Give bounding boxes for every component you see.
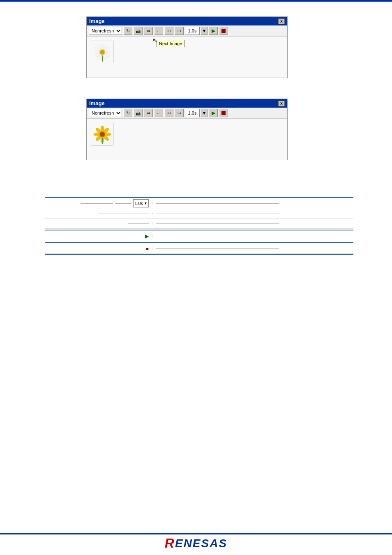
window1-refresh-icon-btn[interactable]: ↻: [123, 27, 132, 35]
first-icon-2: ↤: [167, 111, 171, 116]
image-window-1: Image x Nonrefresh Refresh ↻ 📸 ➡ ←: [86, 16, 288, 78]
tooltip-text: Next Image: [159, 41, 182, 46]
renesas-r-letter: R: [165, 536, 174, 551]
play-icon-2: ▶: [212, 110, 215, 116]
back-icon-2: ←: [157, 111, 161, 115]
table-row-stop: ■: [45, 244, 353, 253]
svg-point-21: [94, 133, 100, 136]
back-icon: ←: [157, 28, 161, 33]
table-row-lines-3: [45, 219, 353, 229]
window2-play-btn[interactable]: ▶: [209, 109, 218, 117]
stop-icon: [221, 29, 226, 33]
play-icon-table: ▶: [145, 233, 149, 239]
table-left-stop: ■: [45, 245, 152, 252]
left-line-3: [98, 214, 131, 214]
window1-refresh-select[interactable]: Nonrefresh Refresh: [89, 27, 122, 35]
table-right-lines-2: [152, 212, 353, 215]
window2-title: Image: [89, 100, 105, 106]
table-row-time: 1.0s ▼: [45, 197, 353, 209]
window1-last-btn[interactable]: ↦: [175, 27, 184, 35]
table-left-lines-2: [45, 212, 152, 215]
load-icon: 📸: [136, 29, 141, 33]
left-line-2: [115, 203, 131, 204]
right-line-3: [156, 223, 279, 224]
window2-close-button[interactable]: x: [278, 101, 285, 106]
forward-icon-2: ➡: [147, 111, 150, 116]
window1-body: ↖ Next Image: [87, 37, 287, 78]
window1-time-input[interactable]: [185, 27, 200, 35]
table-right-stop: [152, 247, 353, 250]
forward-icon: ➡: [147, 28, 150, 34]
window2-last-btn[interactable]: ↦: [175, 109, 184, 117]
dropdown-arrow-icon: ▼: [202, 28, 207, 33]
window2-forward-btn[interactable]: ➡: [144, 109, 153, 117]
next-image-tooltip: Next Image: [157, 40, 184, 47]
svg-point-0: [101, 44, 104, 49]
last-icon: ↦: [178, 28, 181, 34]
image-window-2: Image x Nonrefresh Refresh ↻ 📸 ➡ ← ↤: [86, 99, 288, 160]
reference-table: 1.0s ▼: [45, 197, 353, 255]
window2-load-btn[interactable]: 📸: [134, 109, 143, 117]
renesas-text: ENESAS: [175, 537, 227, 550]
svg-point-17: [104, 133, 111, 136]
svg-point-9: [94, 51, 99, 53]
window1-titlebar: Image x: [87, 17, 287, 25]
table-left-time: 1.0s ▼: [45, 198, 152, 209]
window1-play-btn[interactable]: ▶: [209, 27, 218, 35]
window2-refresh-icon-btn[interactable]: ↻: [123, 109, 132, 117]
svg-point-15: [101, 126, 104, 132]
svg-point-13: [100, 50, 104, 54]
table-right-lines-3: [152, 222, 353, 225]
blue-divider-2: [45, 242, 353, 243]
window1-load-btn[interactable]: 📸: [134, 27, 143, 35]
window1-back-btn[interactable]: ←: [154, 27, 163, 35]
window2-image: [91, 123, 113, 145]
blue-divider-3: [45, 254, 353, 255]
svg-point-24: [100, 132, 104, 136]
window2-time-dropdown[interactable]: ▼: [201, 109, 208, 117]
yellow-flower-svg: [92, 124, 113, 145]
window1-stop-btn[interactable]: [219, 27, 228, 35]
table-row-lines-2: [45, 209, 353, 219]
window1-close-button[interactable]: x: [278, 18, 285, 24]
window2-body: [87, 119, 287, 160]
first-icon: ↤: [167, 28, 171, 34]
left-line-4: [132, 214, 149, 214]
bottom-border-line: [0, 533, 392, 534]
svg-point-3: [105, 51, 111, 53]
time-display-value: 1.0s: [134, 201, 143, 206]
window2-first-btn[interactable]: ↤: [164, 109, 173, 117]
window1-first-btn[interactable]: ↤: [164, 27, 173, 35]
refresh-icon-2: ↻: [126, 111, 130, 116]
window1-toolbar: Nonrefresh Refresh ↻ 📸 ➡ ← ↤: [87, 25, 287, 37]
right-line-stop: [156, 248, 279, 249]
window1-forward-btn[interactable]: ➡: [144, 27, 153, 35]
right-line-play: [156, 236, 279, 236]
right-line-2: [156, 214, 279, 214]
table-left-play: ▶: [45, 232, 152, 240]
last-icon-2: ↦: [178, 111, 181, 116]
time-display-widget[interactable]: 1.0s ▼: [133, 199, 149, 207]
table-left-lines-3: [45, 222, 152, 225]
table-right-time: [152, 202, 353, 205]
cursor-arrow-icon: ↖: [152, 37, 158, 44]
refresh-icon: ↻: [126, 28, 130, 34]
window1-time-dropdown[interactable]: ▼: [201, 27, 208, 35]
window2-time-input[interactable]: [185, 109, 200, 117]
window1-title: Image: [89, 18, 105, 24]
left-line-5: [128, 223, 149, 224]
window2-back-btn[interactable]: ←: [154, 109, 163, 117]
window2-stop-btn[interactable]: [219, 109, 228, 117]
window2-refresh-select[interactable]: Nonrefresh Refresh: [89, 109, 122, 117]
daisy-svg: [92, 42, 113, 62]
window2-titlebar: Image x: [87, 99, 287, 108]
load-icon-2: 📸: [136, 111, 141, 115]
window1-image: [91, 41, 113, 63]
stop-icon-table: ■: [146, 246, 149, 251]
left-line-1: [81, 203, 113, 204]
renesas-logo: R ENESAS: [165, 536, 227, 551]
table-right-play: [152, 235, 353, 237]
right-line-1: [156, 203, 279, 204]
stop-icon-2: [221, 111, 226, 115]
window2-toolbar: Nonrefresh Refresh ↻ 📸 ➡ ← ↤ ↦: [87, 108, 287, 119]
